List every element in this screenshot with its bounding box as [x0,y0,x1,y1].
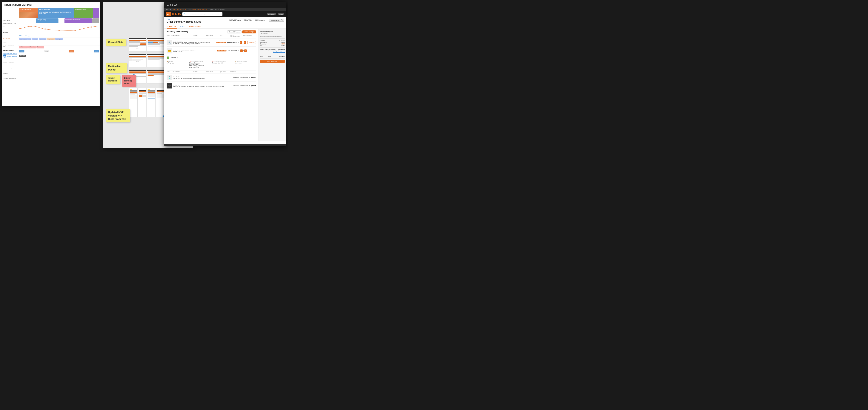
blueprint-content: Return Identified Request Return Custome… [18,7,100,106]
svg-point-1 [44,28,45,30]
pain-2: Multiple steps [28,46,36,49]
delivery-title: Delivery [170,57,178,59]
verification-btn[interactable]: Verification [267,13,276,15]
col-status: STATUS [193,35,206,37]
qty-control-milw: − 1 + [240,41,246,44]
print-reissue-btn[interactable]: Print or Reissue [260,60,285,63]
qty-plus-hdpe[interactable]: + [244,50,247,52]
qty-minus-milw[interactable]: − [240,41,242,44]
bp-label-appflow: Application Interaction Flow [2,76,18,81]
phase-select-products: Select Products to Return [64,19,92,23]
search-bar[interactable]: 🔍 Search by customer name, order, phone … [182,12,222,16]
research-link-1[interactable]: Large Order Return Process (LOR) [3,53,17,56]
research-link-2[interactable]: Sam Online Returns to Store (ORS) [3,56,17,58]
estimated-arrival-value: Thursday April 11th [212,62,233,64]
sticky-multiselect: Multi-select Design [106,63,127,73]
phase-receipt-lookup: Receipt Lookup [36,19,59,23]
flow-node-2: Lookup [69,50,74,53]
status-badge-milw: NOT RETURN [216,42,226,43]
order-sidebar: Devon Morgan (242) 334-3422 dmor_m@gated… [258,29,286,141]
wf-large-3[interactable] [147,88,155,117]
bp-research-links: Large Order Return Process (LOR) Sam Onl… [2,53,18,58]
pain-points-row: No digital receipt Multiple steps Slow p… [18,45,100,49]
qty-minus-hdpe[interactable]: − [240,50,243,52]
price-bleach: $4.48 /each [241,77,248,78]
section-returning-title: Returning and Canceling [166,31,188,33]
col-product: REGULAR PRODUCTS [166,35,192,37]
interaction-note-2: Visits store [32,38,38,40]
delivery-address: Dharan Saragade 42 Scanner Ave Lithia Sp… [189,62,211,68]
wf-thumb-2[interactable] [147,38,164,52]
qty-bleach: 5 [249,77,250,78]
upload-btn[interactable]: UPLOAD [19,55,26,57]
name-bleach: Clorox 121 oz. Regular Concentrate Liqui… [174,77,232,79]
tax-row: Tax $89.58 [260,45,285,46]
price-hdpe: $15.99 /each [228,50,237,52]
sticky-bigger-curve: Bigger learning curve [122,75,136,87]
sticky-updated-mvp: Updated MVP Version >>> Build From This [106,109,130,122]
assessor-btn[interactable]: Assessor [247,41,256,44]
wf-large-2[interactable] [138,88,147,117]
emotion-row [18,24,100,34]
bp-label-overview: OVERVIEW [2,18,18,23]
submit-changes-btn[interactable]: Submit Changes [242,30,256,33]
app-title: D3-S2-S10 [166,4,177,6]
flow-decision: Receipt? [44,50,50,52]
emotion-curve-svg [19,25,99,33]
phase-return-identified: Return Identified [19,8,38,18]
blueprint-labels: OVERVIEW The diagram shows a high-level … [2,7,18,106]
qty-plus-milw[interactable]: + [244,41,246,44]
svg-point-3 [74,30,76,31]
del-col-qty: QUANTITY [220,71,229,72]
bp-label-interactions: Customer Interactions [2,58,18,66]
wf-mid-2[interactable] [147,54,164,68]
back-link[interactable]: ← Back [166,19,201,20]
bp-label-research: Relevant Research [2,48,18,53]
wf-large-1[interactable] [129,88,137,117]
bp-overview-desc: The diagram shows a high-level view for … [2,23,18,29]
del-col-product: REGULAR PRODUCTS [166,71,192,72]
wf-large-4[interactable]: 4 [156,88,164,117]
delivery-fee-row: Delivery Fee $35.98 [260,41,285,43]
delivery-status-value: In Progress [166,62,188,64]
sidebar-divider-1 [260,38,285,39]
sidebar-divider-3 [260,54,285,54]
bp-label-associate: Associate Interactions [2,66,18,72]
pain-1: No digital receipt [19,46,28,49]
bp-label-customer: DIY Customer [2,37,18,40]
phase-retu [92,19,99,23]
qty-milw: 5 [238,42,239,43]
app-toolbar: HD Order Up 🔍 Search by customer name, o… [164,11,286,17]
logout-btn[interactable]: Logout [278,13,284,15]
store-text: Store Store 6045-Charges [188,8,207,10]
wf-mid-1[interactable]: Loading [129,54,146,68]
product-name-hdpe: HDPE Payment [174,51,216,52]
app-titlebar: D3-S2-S10 [164,2,286,8]
discard-changes-btn[interactable]: Discard Changes [227,30,242,33]
app-content: ← Back Order Summary: H6941-S4783 Charge… [164,17,286,144]
order-status: Sold: Paid In Full [229,20,241,21]
wf-thumb-loading-1[interactable]: Loading [129,38,146,52]
wf-bot-2[interactable] [147,69,164,84]
delivery-col-headers: REGULAR PRODUCTS STATUS UNIT PRICE QUANT… [166,70,256,73]
product-row-hdpe: 💳 SKU: 226-27 HDPE Payment 405,839.76 HD… [166,46,256,55]
order-body: Returning and Canceling Discard Changes … [164,29,286,141]
app-flow-row: Start Receipt? Lookup Select UPLOAD [18,49,100,59]
order-up-panel: D3-S2-S10 Welcome Welcome Dave S. | Stor… [164,2,286,146]
phase-process-return: Process Return [74,8,93,18]
order-type-select[interactable]: Monthly Order [269,19,284,22]
view-payment-link[interactable]: View Payment History [273,51,285,53]
bp-label-emotion: Emotion [2,40,18,44]
welcome-text: Welcome Welcome Dave S. [166,8,186,10]
tab-communications[interactable]: Communications [189,24,202,28]
product-name-milw: Milwaukee M18 FUEL 18V Lithium-Ion Brush… [174,42,215,44]
search-icon: 🔍 [184,13,185,15]
tab-history[interactable]: History [180,24,186,28]
tab-product-list[interactable]: Product List [166,24,177,29]
qty-control-hdpe: − 1 + [240,50,247,52]
product-info-hdpe: SKU: 226-27 HDPE Payment 405,839.76 HDPE… [174,50,216,52]
delivery-product-tape: 🖤 SKU 142215 NoDrop Tape 1.89 in. x 60 y… [166,82,256,90]
product-info-tape: SKU 142215 NoDrop Tape 1.89 in. x 60 yd.… [174,85,231,87]
returning-section-header: Returning and Canceling Discard Changes … [166,30,256,33]
customer-name: Devon Morgan [260,30,285,32]
